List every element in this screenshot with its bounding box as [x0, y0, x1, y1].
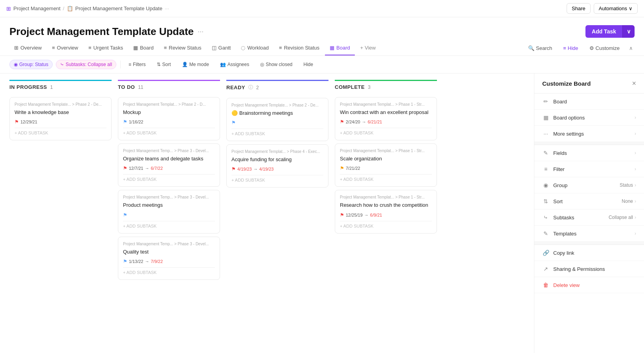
- panel-item-templates[interactable]: ✎ Templates ›: [534, 226, 644, 242]
- panel-close-button[interactable]: ×: [632, 80, 636, 87]
- hide-button[interactable]: ≡ Hide: [560, 41, 581, 55]
- panel-item-subtasks[interactable]: ⤷ Subtasks Collapse all ›: [534, 210, 644, 226]
- board-options-icon: ▦: [542, 114, 549, 121]
- panel-board-label: Board: [553, 99, 567, 105]
- tab-board1[interactable]: ▦ Board: [128, 41, 158, 55]
- panel-section-gap: [534, 142, 644, 145]
- panel-more-settings-label: More settings: [553, 131, 584, 137]
- card-title: Product meetings: [123, 202, 215, 209]
- hide-filter-button[interactable]: Hide: [299, 60, 317, 69]
- date-value: 1/13/22: [129, 259, 143, 264]
- assignees-button[interactable]: 👥 Assignees: [216, 60, 253, 69]
- date-value2: 7/9/22: [151, 259, 163, 264]
- topbar-dots[interactable]: ···: [165, 6, 169, 11]
- card-acquire-funding[interactable]: Project Management Templat... > Phase 4 …: [226, 144, 328, 188]
- tab-revision-icon: ≡: [279, 45, 282, 51]
- page-title-dots[interactable]: ···: [198, 28, 204, 36]
- customize-button[interactable]: ⚙ Customize: [586, 41, 623, 55]
- search-button[interactable]: 🔍 Search: [525, 41, 555, 55]
- column-inprogress: IN PROGRESS 1 Project Management Templat…: [9, 80, 112, 143]
- panel-item-sharing[interactable]: ↗ Sharing & Permissions: [534, 261, 644, 277]
- hide-filter-label: Hide: [303, 62, 313, 67]
- card-breadcrumb: Project Management Templat... > Phase 1 …: [340, 149, 432, 153]
- add-subtask-button[interactable]: + ADD SUBTASK: [231, 129, 323, 136]
- add-subtask-button[interactable]: + ADD SUBTASK: [123, 221, 215, 228]
- card-title: Mockup: [123, 109, 215, 116]
- card-title: Organize teams and delegate tasks: [123, 155, 215, 162]
- panel-item-fields[interactable]: ✎ Fields ›: [534, 145, 644, 161]
- breadcrumb-separator: /: [63, 6, 64, 11]
- panel-item-sort[interactable]: ⇅ Sort None ›: [534, 193, 644, 210]
- panel-item-right: ›: [635, 150, 636, 156]
- add-subtask-button[interactable]: + ADD SUBTASK: [123, 174, 215, 182]
- panel-item-board[interactable]: ✏ Board: [534, 94, 644, 110]
- tab-gantt[interactable]: ◫ Gantt: [207, 41, 236, 55]
- chevron-right-icon: ›: [635, 115, 636, 120]
- add-subtask-button[interactable]: + ADD SUBTASK: [231, 175, 323, 182]
- share-button[interactable]: Share: [567, 3, 591, 14]
- add-subtask-button[interactable]: + ADD SUBTASK: [340, 221, 432, 228]
- panel-item-board-options[interactable]: ▦ Board options ›: [534, 110, 644, 126]
- card-date: ⚑ 4/19/23 → 4/19/23: [231, 166, 323, 172]
- tab-overview2[interactable]: ≡ Overview: [47, 41, 83, 55]
- workspace-name[interactable]: Project Management: [13, 6, 61, 11]
- add-subtask-button[interactable]: + ADD SUBTASK: [15, 128, 106, 135]
- card-mockup[interactable]: Project Management Templat... > Phase 2 …: [118, 97, 220, 140]
- panel-item-group[interactable]: ◉ Group Status ›: [534, 177, 644, 193]
- subtasks-chip[interactable]: ⤷ Subtasks: Collapse all: [56, 60, 116, 69]
- tab-review-status[interactable]: ≡ Review Status: [159, 41, 206, 55]
- tab-board-active[interactable]: ▦ Board: [325, 41, 355, 55]
- card-scale-org[interactable]: Project Management Templat... > Phase 1 …: [335, 143, 437, 187]
- automations-button[interactable]: Automations ∨: [594, 3, 638, 14]
- column-title-ready: READY: [226, 85, 245, 90]
- flag-icon: ⚑: [231, 120, 236, 125]
- subtasks-label: Subtasks: Collapse all: [66, 62, 112, 67]
- tab-overview2-icon: ≡: [52, 45, 55, 51]
- add-subtask-button[interactable]: + ADD SUBTASK: [340, 174, 432, 182]
- panel-item-more-settings[interactable]: ··· More settings ›: [534, 126, 644, 142]
- panel-item-left: ✎ Fields: [542, 150, 567, 156]
- board-columns: IN PROGRESS 1 Project Management Templat…: [9, 80, 525, 283]
- card-organize-teams[interactable]: Project Management Temp... > Phase 3 - D…: [118, 143, 220, 187]
- panel-item-filter[interactable]: ≡ Filter ›: [534, 161, 644, 177]
- filters-button[interactable]: ≡ Filters: [125, 60, 150, 69]
- card-write-knowledge-base[interactable]: Project Management Template... > Phase 2…: [9, 97, 112, 140]
- add-subtask-button[interactable]: + ADD SUBTASK: [123, 128, 215, 135]
- add-subtask-button[interactable]: + ADD SUBTASK: [123, 267, 215, 275]
- card-brainstorming[interactable]: Project Management Template... > Phase 2…: [226, 98, 328, 141]
- panel-item-delete-view[interactable]: 🗑 Delete view: [534, 277, 644, 293]
- card-product-meetings[interactable]: Project Management Temp... > Phase 3 - D…: [118, 190, 220, 233]
- tab-workload-icon: ◌: [241, 45, 245, 51]
- add-task-button[interactable]: Add Task: [585, 25, 622, 38]
- panel-item-right: Status ›: [620, 182, 636, 188]
- tab-workload[interactable]: ◌ Workload: [236, 41, 273, 55]
- card-breadcrumb: Project Management Templat... > Phase 4 …: [231, 149, 323, 154]
- show-closed-button[interactable]: ◎ Show closed: [256, 60, 296, 69]
- me-mode-button[interactable]: 👤 Me mode: [178, 60, 213, 69]
- card-title: Write a knowledge base: [15, 109, 106, 116]
- add-subtask-button[interactable]: + ADD SUBTASK: [340, 128, 432, 135]
- card-win-contract[interactable]: Project Management Templat... > Phase 1 …: [335, 97, 437, 140]
- tab-overview1[interactable]: ⊞ Overview: [9, 41, 46, 55]
- panel-group-label: Group: [553, 182, 567, 188]
- tab-urgent-tasks[interactable]: ≡ Urgent Tasks: [84, 41, 128, 55]
- group-status-chip[interactable]: ◉ Group: Status: [9, 60, 53, 69]
- automations-label: Automations: [599, 6, 627, 11]
- panel-item-left: ··· More settings: [542, 131, 584, 137]
- flag-icon: ⚑: [231, 166, 236, 172]
- page-breadcrumb-title[interactable]: Project Management Template Update: [75, 6, 163, 11]
- page-header: Project Management Template Update ··· A…: [0, 17, 644, 38]
- panel-item-copy-link[interactable]: 🔗 Copy link: [534, 245, 644, 261]
- tab-revision-status[interactable]: ≡ Revision Status: [274, 41, 324, 55]
- sort-label: Sort: [162, 62, 171, 67]
- add-task-caret-button[interactable]: ∨: [622, 25, 635, 38]
- tab-add-view[interactable]: + View: [356, 41, 381, 55]
- board-content: IN PROGRESS 1 Project Management Templat…: [0, 74, 534, 353]
- group-status-label: Group: Status: [19, 62, 48, 67]
- column-complete: COMPLETE 3 Project Management Templat...…: [335, 80, 437, 237]
- panel-delete-label: Delete view: [553, 282, 580, 288]
- tabs-collapse-icon[interactable]: ∧: [627, 41, 635, 55]
- card-quality-test[interactable]: Project Management Temp... > Phase 3 - D…: [118, 237, 220, 280]
- card-crush-competition[interactable]: Project Management Templat... > Phase 1 …: [335, 190, 437, 233]
- sort-button[interactable]: ⇅ Sort: [153, 60, 175, 69]
